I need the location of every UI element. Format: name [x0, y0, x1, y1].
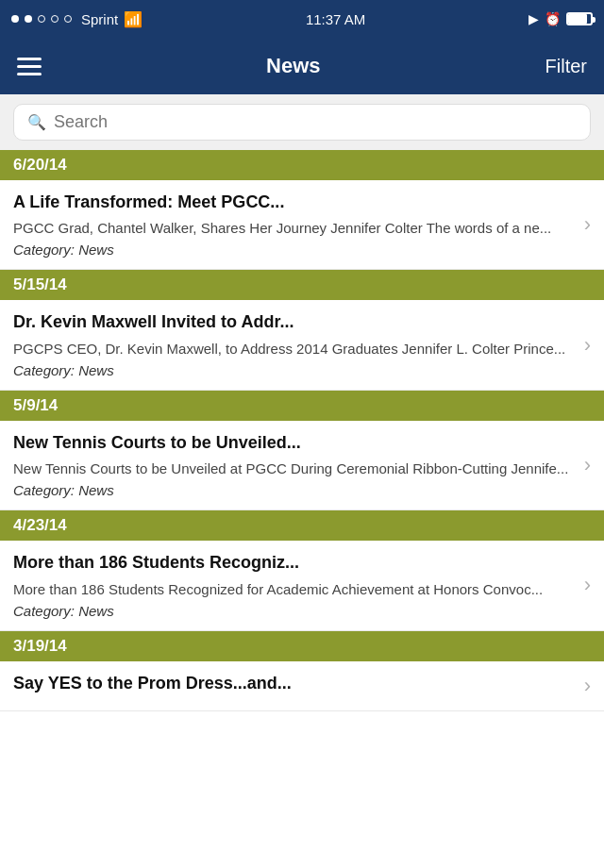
wifi-icon: 📶 — [124, 10, 143, 28]
location-icon: ▶ — [528, 11, 539, 26]
nav-bar: News Filter — [0, 38, 604, 94]
news-item[interactable]: Say YES to the Prom Dress...and...› — [0, 661, 604, 711]
search-input[interactable] — [54, 112, 577, 132]
chevron-right-icon: › — [584, 674, 591, 698]
status-left: Sprint 📶 — [11, 10, 143, 28]
alarm-icon: ⏰ — [545, 11, 561, 26]
date-header-4: 3/19/14 — [0, 631, 604, 661]
news-excerpt: PGCPS CEO, Dr. Kevin Maxwell, to Address… — [13, 339, 575, 359]
news-item[interactable]: More than 186 Students Recogniz...More t… — [0, 541, 604, 630]
news-title: Dr. Kevin Maxwell Invited to Addr... — [13, 311, 575, 333]
news-excerpt: PGCC Grad, Chantel Walker, Shares Her Jo… — [13, 218, 575, 238]
news-content: New Tennis Courts to be Unveiled...New T… — [13, 432, 584, 498]
news-title: New Tennis Courts to be Unveiled... — [13, 432, 575, 454]
news-category: Category: News — [13, 242, 575, 258]
chevron-right-icon: › — [584, 333, 591, 358]
chevron-right-icon: › — [584, 453, 591, 477]
signal-dot-5 — [64, 15, 72, 23]
news-content: A Life Transformed: Meet PGCC...PGCC Gra… — [13, 192, 584, 258]
news-title: More than 186 Students Recogniz... — [13, 552, 575, 574]
menu-line-2 — [17, 65, 42, 68]
battery-icon — [566, 12, 593, 25]
signal-dot-2 — [25, 15, 32, 23]
news-title: Say YES to the Prom Dress...and... — [13, 673, 575, 694]
status-bar: Sprint 📶 11:37 AM ▶ ⏰ — [0, 0, 604, 38]
page-title: News — [266, 54, 320, 78]
menu-line-1 — [17, 58, 42, 60]
date-header-1: 5/15/14 — [0, 270, 604, 300]
menu-button[interactable] — [17, 58, 42, 75]
status-right: ▶ ⏰ — [528, 11, 593, 26]
news-item[interactable]: New Tennis Courts to be Unveiled...New T… — [0, 421, 604, 510]
search-input-wrapper[interactable]: 🔍 — [13, 104, 591, 141]
news-content: Dr. Kevin Maxwell Invited to Addr...PGCP… — [13, 311, 584, 377]
chevron-right-icon: › — [584, 573, 591, 597]
menu-line-3 — [17, 73, 42, 75]
news-item[interactable]: A Life Transformed: Meet PGCC...PGCC Gra… — [0, 180, 604, 270]
signal-dot-1 — [11, 15, 19, 23]
news-content: More than 186 Students Recogniz...More t… — [13, 552, 584, 618]
news-category: Category: News — [13, 362, 575, 378]
filter-button[interactable]: Filter — [545, 56, 587, 77]
date-header-3: 4/23/14 — [0, 510, 604, 541]
search-icon: 🔍 — [27, 113, 46, 131]
signal-dot-3 — [38, 15, 45, 23]
chevron-right-icon: › — [584, 212, 591, 237]
search-container: 🔍 — [0, 94, 604, 150]
news-excerpt: More than 186 Students Recognized for Ac… — [13, 579, 575, 599]
status-time: 11:37 AM — [306, 11, 365, 27]
news-feed: 6/20/14A Life Transformed: Meet PGCC...P… — [0, 150, 604, 711]
carrier-label: Sprint — [81, 11, 118, 27]
news-category: Category: News — [13, 603, 575, 619]
signal-dot-4 — [51, 15, 59, 23]
news-category: Category: News — [13, 482, 575, 498]
news-item[interactable]: Dr. Kevin Maxwell Invited to Addr...PGCP… — [0, 300, 604, 390]
date-header-0: 6/20/14 — [0, 150, 604, 180]
date-header-2: 5/9/14 — [0, 391, 604, 421]
news-title: A Life Transformed: Meet PGCC... — [13, 192, 575, 213]
news-content: Say YES to the Prom Dress...and... — [13, 673, 584, 699]
news-excerpt: New Tennis Courts to be Unveiled at PGCC… — [13, 459, 575, 478]
